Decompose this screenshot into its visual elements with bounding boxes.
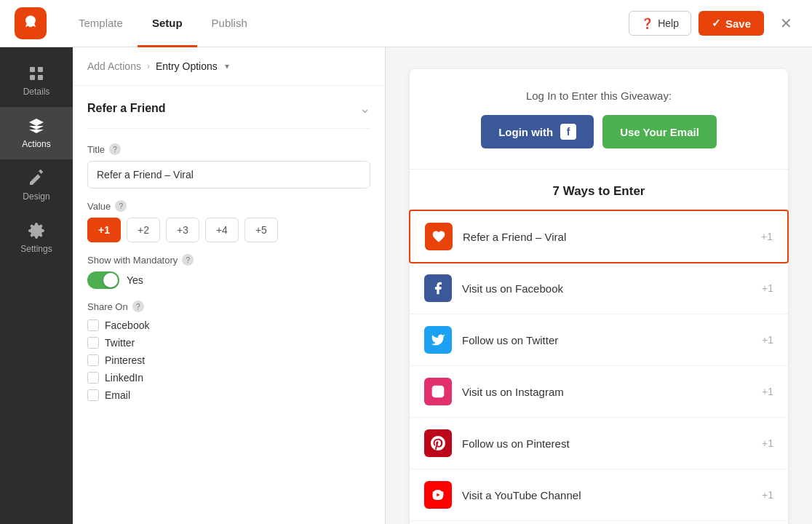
section-header: Refer a Friend ⌄ — [87, 100, 370, 129]
check-icon: ✓ — [712, 17, 721, 30]
login-section: Log In to Enter this Giveaway: Login wit… — [410, 69, 788, 170]
save-button[interactable]: ✓ Save — [698, 11, 764, 36]
checkbox-list: Facebook Twitter Pinterest LinkedIn Emai… — [87, 319, 370, 401]
panel: Add Actions › Entry Options ▾ Refer a Fr… — [73, 47, 386, 524]
tab-setup[interactable]: Setup — [138, 1, 197, 47]
breadcrumb-current: Entry Options ▾ — [156, 60, 229, 72]
svg-rect-2 — [30, 75, 35, 80]
entry-points-facebook: +1 — [762, 282, 773, 294]
header-tabs: Template Setup Publish — [64, 0, 629, 47]
facebook-icon — [424, 274, 452, 302]
entry-points-pinterest: +1 — [762, 437, 773, 449]
facebook-login-button[interactable]: Login with f — [481, 115, 594, 148]
email-login-button[interactable]: Use Your Email — [602, 115, 717, 148]
share-on-help-icon[interactable]: ? — [132, 301, 144, 312]
entry-label-youtube: Visit a YouTube Channel — [462, 489, 762, 501]
brush-icon — [28, 170, 45, 187]
mandatory-toggle[interactable] — [87, 271, 119, 289]
tab-template[interactable]: Template — [64, 1, 138, 47]
svg-point-7 — [440, 387, 442, 389]
preview-card: Log In to Enter this Giveaway: Login wit… — [410, 69, 788, 524]
sidebar-item-actions[interactable]: Actions — [0, 107, 73, 159]
ways-section: 7 Ways to Enter Refer a Friend – Viral+1… — [410, 170, 788, 524]
title-help-icon[interactable]: ? — [109, 143, 121, 155]
entry-label-refer: Refer a Friend – Viral — [463, 231, 761, 243]
value-btn-2[interactable]: +2 — [127, 218, 160, 242]
value-btn-1[interactable]: +1 — [87, 218, 121, 242]
main-content: Details Actions Design Settings Add Acti… — [0, 47, 812, 524]
pinterest-icon — [424, 429, 452, 457]
sidebar-item-details[interactable]: Details — [0, 55, 73, 107]
logo — [15, 7, 47, 39]
entry-item-refer[interactable]: Refer a Friend – Viral+1 — [409, 210, 789, 263]
checkbox-linkedin[interactable]: LinkedIn — [87, 372, 370, 384]
title-input[interactable] — [87, 161, 370, 188]
entry-label-pinterest: Follow us on Pinterest — [462, 437, 762, 450]
toggle-row: Yes — [87, 271, 370, 289]
grid-icon — [28, 65, 45, 82]
ways-title: 7 Ways to Enter — [410, 184, 788, 199]
value-btn-4[interactable]: +4 — [205, 218, 239, 242]
entry-item-email-nl[interactable]: Join an Email Newsletter+1 — [410, 521, 788, 524]
checkbox-facebook-box[interactable] — [87, 319, 99, 331]
checkbox-pinterest[interactable]: Pinterest — [87, 354, 370, 366]
entry-label-instagram: Visit us on Instagram — [462, 386, 762, 398]
toggle-knob — [103, 273, 118, 287]
entry-item-youtube[interactable]: Visit a YouTube Channel+1 — [410, 469, 788, 521]
login-title: Log In to Enter this Giveaway: — [431, 90, 766, 102]
value-field-label: Value ? — [87, 200, 370, 212]
value-btn-3[interactable]: +3 — [166, 218, 199, 242]
entry-item-twitter[interactable]: Follow us on Twitter+1 — [410, 314, 788, 366]
breadcrumb-add[interactable]: Add Actions — [87, 60, 141, 72]
checkbox-twitter-box[interactable] — [87, 337, 99, 349]
gear-icon — [28, 222, 45, 239]
sidebar: Details Actions Design Settings — [0, 47, 73, 524]
entry-points-instagram: +1 — [762, 386, 773, 397]
show-mandatory-label: Show with Mandatory ? — [87, 254, 370, 266]
checkbox-twitter[interactable]: Twitter — [87, 337, 370, 349]
twitter-icon — [424, 326, 452, 354]
toggle-label: Yes — [127, 274, 143, 286]
checkbox-facebook[interactable]: Facebook — [87, 319, 370, 331]
close-button[interactable]: ✕ — [774, 12, 797, 35]
share-on-label: Share On ? — [87, 301, 370, 312]
entry-points-youtube: +1 — [762, 489, 773, 501]
breadcrumb-arrow: › — [147, 61, 150, 71]
header-actions: ❓ Help ✓ Save ✕ — [629, 11, 797, 36]
checkbox-linkedin-box[interactable] — [87, 372, 99, 384]
sidebar-item-settings[interactable]: Settings — [0, 212, 73, 264]
entry-item-facebook[interactable]: Visit us on Facebook+1 — [410, 263, 788, 314]
value-buttons: +1 +2 +3 +4 +5 — [87, 218, 370, 242]
sidebar-item-design[interactable]: Design — [0, 159, 73, 212]
refer-icon — [425, 223, 453, 250]
breadcrumb: Add Actions › Entry Options ▾ — [73, 47, 385, 86]
help-icon: ❓ — [641, 17, 653, 29]
panel-content: Refer a Friend ⌄ Title ? Value ? +1 +2 +… — [73, 86, 385, 416]
login-buttons: Login with f Use Your Email — [431, 115, 766, 148]
svg-rect-3 — [38, 75, 43, 80]
checkbox-email-box[interactable] — [87, 389, 99, 401]
facebook-icon: f — [560, 124, 576, 140]
value-help-icon[interactable]: ? — [115, 200, 127, 212]
entry-item-instagram[interactable]: Visit us on Instagram+1 — [410, 366, 788, 418]
svg-rect-0 — [30, 67, 35, 72]
preview-area: Log In to Enter this Giveaway: Login wit… — [386, 47, 812, 524]
tab-publish[interactable]: Publish — [197, 1, 262, 47]
checkbox-pinterest-box[interactable] — [87, 354, 99, 366]
layers-icon — [28, 117, 45, 135]
dropdown-arrow[interactable]: ▾ — [225, 61, 229, 71]
entry-item-pinterest[interactable]: Follow us on Pinterest+1 — [410, 418, 788, 469]
section-collapse-toggle[interactable]: ⌄ — [359, 100, 370, 116]
section-title: Refer a Friend — [87, 102, 166, 115]
value-btn-5[interactable]: +5 — [244, 218, 278, 242]
help-button[interactable]: ❓ Help — [629, 11, 691, 36]
checkbox-email[interactable]: Email — [87, 389, 370, 401]
entry-points-refer: +1 — [761, 231, 773, 242]
title-field-label: Title ? — [87, 143, 370, 155]
entry-list: Refer a Friend – Viral+1Visit us on Face… — [410, 210, 788, 524]
entry-label-twitter: Follow us on Twitter — [462, 334, 762, 346]
instagram-icon — [424, 378, 452, 405]
mandatory-help-icon[interactable]: ? — [182, 254, 194, 266]
entry-points-twitter: +1 — [762, 334, 773, 346]
entry-label-facebook: Visit us on Facebook — [462, 282, 762, 295]
